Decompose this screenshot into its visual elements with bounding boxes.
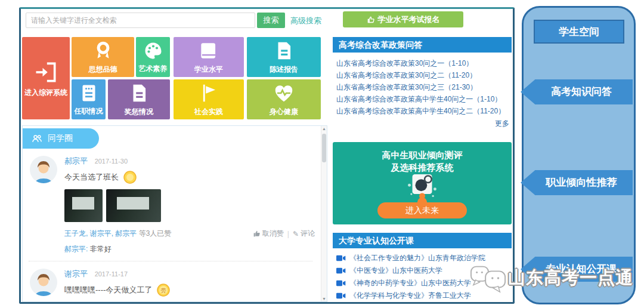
photo-detail bbox=[117, 197, 148, 210]
post-author-link[interactable]: 郝宗平 bbox=[64, 156, 88, 165]
heart-pulse-icon bbox=[273, 82, 295, 104]
tile-label: 艺术素养 bbox=[139, 64, 168, 74]
badge-character: 劳 bbox=[161, 288, 166, 294]
wechat-bubbles-icon bbox=[470, 261, 507, 295]
divider bbox=[29, 261, 312, 261]
post-photo-thumbnail[interactable] bbox=[64, 189, 103, 222]
tile-physical-mental-health[interactable]: 身心健康 bbox=[247, 79, 321, 119]
thumb-up-icon bbox=[253, 230, 261, 238]
tile-label: 社会实践 bbox=[194, 107, 223, 117]
policy-link[interactable]: 山东省高考综合改革政策高中学生40问之一（1-10） bbox=[336, 93, 512, 105]
video-camera-icon bbox=[336, 267, 346, 274]
post-photos bbox=[64, 189, 315, 222]
tile-label: 身心健康 bbox=[270, 107, 298, 117]
tile-label: 学业水平 bbox=[194, 64, 223, 75]
scrollbar-thumb[interactable] bbox=[322, 134, 326, 162]
comment-label: 评论 bbox=[301, 229, 315, 239]
policy-link[interactable]: 山东省高考综合改革政策30问之二（11-20） bbox=[336, 69, 512, 81]
tile-label: 思想品德 bbox=[89, 64, 117, 75]
tile-positions-held[interactable]: 任职情况 bbox=[72, 79, 106, 119]
classmate-circle-panel: 同学圈 郝宗平 2017- bbox=[22, 125, 327, 302]
watermark-text: 山东高考一点通 bbox=[508, 266, 633, 290]
gold-coin-badge-icon bbox=[123, 171, 137, 184]
sidebar-item-career-recommendation[interactable]: 职业倾向性推荐 bbox=[521, 170, 633, 195]
course-title: 《用外语照亮“一带一路”》山东青年政治学院 bbox=[349, 302, 490, 304]
scrollbar-up-arrow[interactable]: ▲ bbox=[321, 127, 327, 131]
policy-link[interactable]: 山东省高考综合改革政策30问之三（21-30） bbox=[336, 81, 512, 93]
post-text: 嘿嘿嘿嘿----今天做义工了 bbox=[64, 285, 152, 295]
tile-statement-report[interactable]: 陈述报告 bbox=[247, 37, 321, 77]
tile-label: 陈述报告 bbox=[270, 64, 298, 75]
course-title: 《社会工作专业的魅力》山东青年政治学院 bbox=[349, 252, 485, 264]
comment-button[interactable]: ✎ 评论 bbox=[293, 229, 315, 239]
medal-icon bbox=[92, 39, 114, 62]
pencil-icon: ✎ bbox=[293, 230, 299, 238]
scrollbar[interactable]: ▲ ▼ bbox=[321, 126, 327, 301]
classmate-circle-title: 同学圈 bbox=[48, 133, 73, 144]
people-icon bbox=[31, 133, 43, 144]
separator: | bbox=[287, 230, 289, 238]
sidebar-item-gaokao-qa[interactable]: 高考知识问答 bbox=[521, 79, 633, 104]
course-title: 《中医专业》山东中医药大学 bbox=[349, 264, 442, 277]
policy-link[interactable]: 山东省高考综合改革政策高中学生40问之二（11-20） bbox=[336, 105, 512, 117]
banner-title-line2: 及选科推荐系统 bbox=[333, 161, 512, 174]
video-camera-icon bbox=[336, 292, 346, 299]
career-assessment-banner[interactable]: 高中生职业倾向测评 及选科推荐系统 进入未来 bbox=[333, 142, 512, 224]
list-document-icon bbox=[78, 82, 100, 104]
more-link[interactable]: 更多 bbox=[333, 119, 512, 129]
like-count-text: 等3人已赞 bbox=[139, 229, 172, 238]
video-camera-icon bbox=[336, 255, 346, 261]
policy-link[interactable]: 山东省高考综合改革政策30问之一（1-10） bbox=[336, 57, 512, 69]
tile-label: 进入综评系统 bbox=[24, 88, 67, 98]
open-courses-header: 大学专业认知公开课 bbox=[333, 233, 512, 248]
door-enter-icon bbox=[33, 59, 59, 85]
course-title: 《化学学科与化学专业》齐鲁工业大学 bbox=[349, 289, 471, 302]
advanced-search-link[interactable]: 高级搜索 bbox=[290, 16, 321, 26]
report-document-icon bbox=[273, 39, 295, 62]
course-item[interactable]: 《用外语照亮“一带一路”》山东青年政治学院 bbox=[336, 302, 512, 304]
comment-author-link[interactable]: 郝宗平: bbox=[64, 245, 88, 253]
post-photo-thumbnail[interactable] bbox=[106, 189, 161, 222]
feed-post: 郝宗平 2017-11-30 今天当选了班长 bbox=[23, 156, 318, 254]
search-input[interactable] bbox=[26, 13, 255, 28]
book-icon bbox=[197, 39, 220, 62]
scrollbar-down-arrow[interactable]: ▼ bbox=[321, 297, 327, 301]
banner-title-line1: 高中生职业倾向测评 bbox=[333, 149, 512, 161]
main-panel: 搜索 高级搜索 学业水平考试报名 进入综评系统 思想品德 bbox=[19, 7, 515, 304]
tile-social-practice[interactable]: 社会实践 bbox=[174, 79, 244, 119]
page: 搜索 高级搜索 学业水平考试报名 进入综评系统 思想品德 bbox=[0, 0, 644, 308]
comment-text: 非常好 bbox=[90, 245, 112, 253]
tile-rewards-punishments[interactable]: 奖惩情况 bbox=[108, 79, 170, 119]
enter-future-button[interactable]: 进入未来 bbox=[377, 202, 467, 218]
navigation-sidebar: 学生空间 高考知识问答 职业倾向性推荐 专业认知公开课 bbox=[522, 6, 636, 304]
career-test-illustration-icon bbox=[402, 174, 442, 203]
search-button[interactable]: 搜索 bbox=[257, 13, 285, 28]
like-names-links[interactable]: 王子龙, 谢宗平, 郝宗平 bbox=[64, 229, 137, 238]
flag-icon bbox=[197, 82, 220, 104]
tile-enter-review-system[interactable]: 进入综评系统 bbox=[22, 37, 70, 119]
post-date: 2017-11-30 bbox=[95, 158, 128, 165]
photo-detail bbox=[72, 197, 94, 210]
sidebar-item-student-space[interactable]: 学生空间 bbox=[534, 20, 624, 44]
avatar[interactable] bbox=[30, 156, 57, 183]
labor-coin-badge-icon: 劳 bbox=[157, 284, 170, 297]
post-author-link[interactable]: 谢宗平 bbox=[64, 269, 88, 278]
right-column: 高考综合改革政策问答 山东省高考综合改革政策30问之一（1-10） 山东省高考综… bbox=[333, 9, 512, 304]
unlike-button[interactable]: 取消赞 bbox=[253, 229, 284, 239]
tile-academic-level[interactable]: 学业水平 bbox=[174, 37, 244, 77]
unlike-label: 取消赞 bbox=[262, 229, 284, 239]
classmate-circle-header: 同学圈 bbox=[23, 128, 99, 149]
post-text: 今天当选了班长 bbox=[64, 172, 119, 183]
tile-label: 奖惩情况 bbox=[125, 107, 153, 117]
tile-artistic-quality[interactable]: 艺术素养 bbox=[136, 37, 170, 77]
video-camera-icon bbox=[336, 280, 346, 287]
tile-moral-character[interactable]: 思想品德 bbox=[72, 37, 134, 77]
tile-label: 任职情况 bbox=[75, 106, 103, 116]
award-document-icon bbox=[128, 82, 150, 104]
policy-qa-section: 高考综合改革政策问答 山东省高考综合改革政策30问之一（1-10） 山东省高考综… bbox=[333, 37, 512, 129]
policy-qa-header: 高考综合改革政策问答 bbox=[333, 37, 512, 53]
watermark: 山东高考一点通 bbox=[470, 261, 633, 295]
avatar[interactable] bbox=[30, 269, 57, 296]
palette-icon bbox=[143, 40, 164, 61]
post-date: 2017-11-17 bbox=[95, 270, 128, 278]
